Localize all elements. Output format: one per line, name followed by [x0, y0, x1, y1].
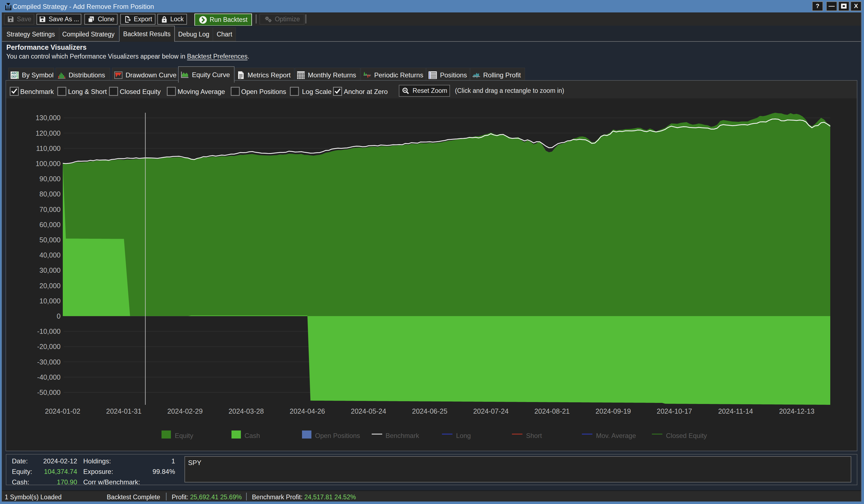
svg-text:2024-01-02: 2024-01-02: [45, 407, 81, 415]
svg-text:2024-07-24: 2024-07-24: [473, 407, 508, 415]
svg-text:2024-04-26: 2024-04-26: [290, 407, 325, 415]
svg-text:Equity: Equity: [175, 432, 193, 439]
svg-text:2024-05-24: 2024-05-24: [351, 407, 386, 415]
svg-text:Closed Equity: Closed Equity: [666, 432, 707, 439]
svg-text:0: 0: [57, 312, 61, 320]
svg-text:2024-08-21: 2024-08-21: [534, 407, 570, 415]
svg-text:40,000: 40,000: [39, 251, 61, 259]
svg-text:70,000: 70,000: [39, 206, 61, 213]
svg-text:-30,000: -30,000: [37, 358, 61, 366]
svg-text:-10,000: -10,000: [37, 328, 61, 335]
svg-text:30,000: 30,000: [39, 266, 61, 274]
svg-text:2024-01-31: 2024-01-31: [106, 407, 142, 415]
svg-text:-40,000: -40,000: [37, 373, 61, 381]
svg-text:120,000: 120,000: [36, 129, 61, 137]
svg-text:130,000: 130,000: [36, 114, 61, 122]
svg-text:2024-06-25: 2024-06-25: [412, 407, 447, 415]
svg-text:Open Positions: Open Positions: [315, 432, 360, 439]
svg-text:20,000: 20,000: [39, 282, 61, 290]
svg-text:60,000: 60,000: [39, 221, 61, 229]
svg-text:50,000: 50,000: [39, 236, 61, 244]
svg-text:2024-10-17: 2024-10-17: [657, 407, 692, 415]
svg-text:10,000: 10,000: [39, 297, 61, 305]
svg-text:Short: Short: [526, 432, 542, 439]
svg-text:Cash: Cash: [244, 432, 260, 439]
svg-text:100,000: 100,000: [36, 160, 61, 168]
svg-text:-20,000: -20,000: [37, 343, 61, 351]
svg-text:80,000: 80,000: [39, 190, 61, 198]
svg-text:110,000: 110,000: [36, 145, 61, 152]
svg-text:2024-03-28: 2024-03-28: [228, 407, 264, 415]
svg-text:2024-11-14: 2024-11-14: [718, 407, 753, 415]
svg-text:DEF: DEF: [11, 75, 17, 78]
svg-text:-50,000: -50,000: [37, 389, 61, 396]
svg-text:Mov. Average: Mov. Average: [596, 432, 636, 439]
svg-text:Benchmark: Benchmark: [385, 432, 419, 439]
svg-text:Long: Long: [456, 432, 471, 439]
svg-text:2024-09-19: 2024-09-19: [596, 407, 631, 415]
svg-text:2024-12-13: 2024-12-13: [779, 407, 815, 415]
svg-text:2024-02-29: 2024-02-29: [167, 407, 203, 415]
svg-text:ABC: ABC: [11, 72, 17, 75]
svg-text:90,000: 90,000: [39, 175, 61, 183]
